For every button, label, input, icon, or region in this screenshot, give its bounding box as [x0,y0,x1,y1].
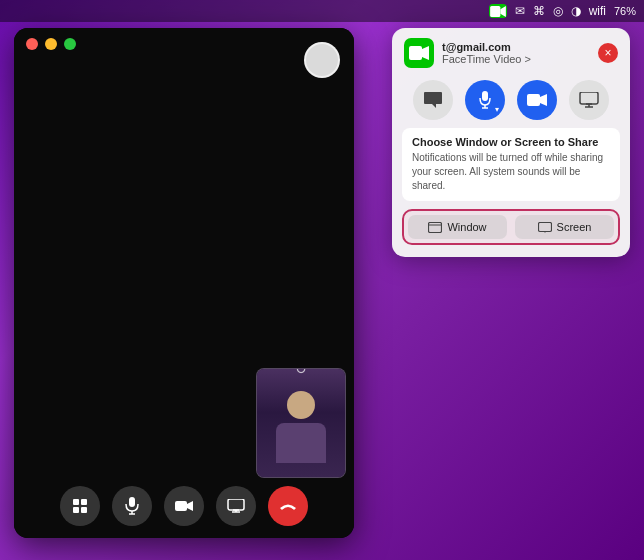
rotate-icon[interactable]: ↻ [295,368,307,377]
person-body [276,423,326,463]
call-type: FaceTime Video > [442,53,590,65]
camera-button[interactable] [164,486,204,526]
window-button-label: Window [447,221,486,233]
share-title: Choose Window or Screen to Share [412,136,610,148]
self-view-video [257,369,345,477]
svg-rect-4 [73,507,79,513]
clock-icon: ◑ [571,4,581,18]
svg-marker-10 [187,501,193,511]
person-head [287,391,315,419]
bluetooth-icon: ⌘ [533,4,545,18]
share-info-box: Choose Window or Screen to Share Notific… [402,128,620,201]
window-titlebar [26,38,76,50]
notification-actions-row: ▾ [392,74,630,128]
share-description: Notifications will be turned off while s… [412,151,610,193]
notification-text-block: t@gmail.com FaceTime Video > [442,41,590,65]
svg-marker-21 [540,94,547,106]
svg-rect-22 [580,92,598,104]
notification-popup: t@gmail.com FaceTime Video > × ▾ [392,28,630,257]
screen-button-label: Screen [557,221,592,233]
menubar: ✉ ⌘ ◎ ◑ wifi 76% [0,0,644,22]
screen-action-button[interactable] [569,80,609,120]
mic-action-button[interactable]: ▾ [465,80,505,120]
self-view-thumbnail: ↻ [256,368,346,478]
mute-button[interactable] [112,486,152,526]
svg-rect-9 [175,501,187,511]
bottom-controls-bar [14,486,354,526]
close-window-dot[interactable] [26,38,38,50]
messages-menu-icon: ✉ [515,4,525,18]
svg-rect-11 [228,499,244,510]
share-buttons-container: Window Screen [402,209,620,245]
notification-close-button[interactable]: × [598,43,618,63]
svg-rect-0 [490,6,500,17]
svg-rect-20 [527,94,540,106]
svg-rect-6 [129,497,135,507]
svg-rect-3 [81,499,87,505]
maximize-window-dot[interactable] [64,38,76,50]
person-silhouette [271,383,331,463]
finder-icon: ◎ [553,4,563,18]
svg-rect-2 [73,499,79,505]
notification-header: t@gmail.com FaceTime Video > × [392,28,630,74]
screen-share-button[interactable] [216,486,256,526]
facetime-window: ↻ [14,28,354,538]
battery-level: 76% [614,5,636,17]
video-action-button[interactable] [517,80,557,120]
end-call-button[interactable] [268,486,308,526]
minimize-window-dot[interactable] [45,38,57,50]
caller-email: t@gmail.com [442,41,590,53]
grid-button[interactable] [60,486,100,526]
svg-marker-16 [422,46,429,60]
svg-marker-1 [500,6,506,17]
svg-rect-17 [482,91,488,101]
svg-rect-26 [429,222,442,232]
camera-indicator [304,42,340,78]
svg-rect-5 [81,507,87,513]
wifi-icon: wifi [589,4,606,18]
screen-share-select-button[interactable]: Screen [515,215,614,239]
message-action-button[interactable] [413,80,453,120]
svg-rect-28 [538,222,551,231]
facetime-menu-icon [489,4,507,18]
main-video-area: ↻ [14,28,354,538]
svg-rect-15 [409,46,422,60]
facetime-app-icon [404,38,434,68]
window-share-button[interactable]: Window [408,215,507,239]
